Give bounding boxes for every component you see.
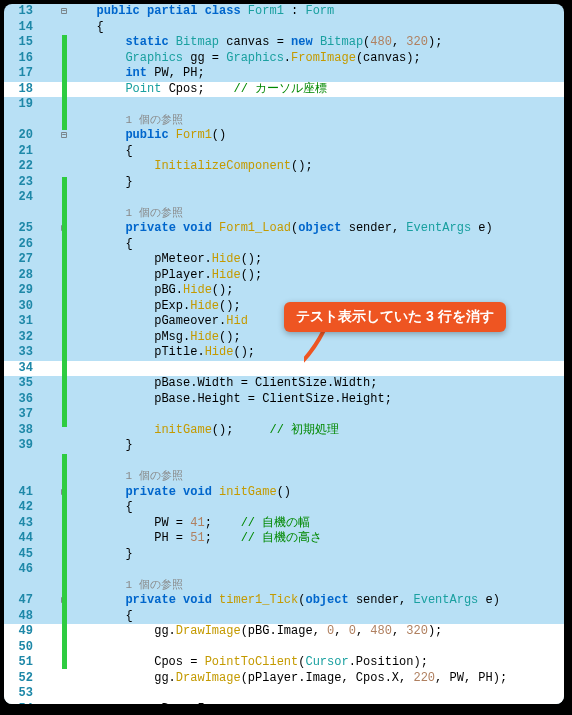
code-line[interactable]: 52 gg.DrawImage(pPlayer.Image, Cpos.X, 2… bbox=[4, 671, 564, 687]
code-content[interactable] bbox=[71, 97, 564, 113]
line-number bbox=[4, 454, 39, 470]
gutter bbox=[39, 531, 57, 547]
code-content[interactable]: int PW, PH; bbox=[71, 66, 564, 82]
code-content[interactable]: initGame(); // 初期処理 bbox=[71, 423, 564, 439]
code-line[interactable]: 42 { bbox=[4, 500, 564, 516]
code-content[interactable]: { bbox=[71, 237, 564, 253]
code-line[interactable]: 46 bbox=[4, 562, 564, 578]
code-content[interactable]: 1 個の参照 bbox=[71, 206, 564, 222]
code-content[interactable]: pBase.Width = ClientSize.Width; bbox=[71, 376, 564, 392]
code-line[interactable]: 35 pBase.Width = ClientSize.Width; bbox=[4, 376, 564, 392]
code-content[interactable]: gg.DrawImage(pPlayer.Image, Cpos.X, 220,… bbox=[71, 671, 564, 687]
code-editor[interactable]: 13⊟ public partial class Form1 : Form14 … bbox=[4, 4, 564, 704]
code-line[interactable]: 48 { bbox=[4, 609, 564, 625]
code-line[interactable] bbox=[4, 454, 564, 470]
code-line[interactable]: 53 bbox=[4, 686, 564, 702]
code-content[interactable]: pPlayer.Hide(); bbox=[71, 268, 564, 284]
code-line[interactable]: 44 PH = 51; // 自機の高さ bbox=[4, 531, 564, 547]
code-line[interactable]: 54 pBase.Image = canvas; bbox=[4, 702, 564, 705]
code-content[interactable]: 1 個の参照 bbox=[71, 578, 564, 594]
code-content[interactable] bbox=[71, 686, 564, 702]
code-content[interactable]: { bbox=[71, 20, 564, 36]
line-number bbox=[4, 113, 39, 129]
gutter bbox=[39, 547, 57, 563]
code-content[interactable]: { bbox=[71, 609, 564, 625]
code-content[interactable]: private void timer1_Tick(object sender, … bbox=[71, 593, 564, 609]
code-line[interactable]: 16 Graphics gg = Graphics.FromImage(canv… bbox=[4, 51, 564, 67]
change-marker bbox=[62, 454, 67, 669]
code-line[interactable]: 39 } bbox=[4, 438, 564, 454]
code-content[interactable] bbox=[71, 407, 564, 423]
code-line[interactable]: 25⊟ private void Form1_Load(object sende… bbox=[4, 221, 564, 237]
code-content[interactable]: public Form1() bbox=[71, 128, 564, 144]
code-content[interactable]: public partial class Form1 : Form bbox=[71, 4, 564, 20]
code-content[interactable]: pMeteor.Hide(); bbox=[71, 252, 564, 268]
line-number: 36 bbox=[4, 392, 39, 408]
code-content[interactable]: pBase.Height = ClientSize.Height; bbox=[71, 392, 564, 408]
code-content[interactable] bbox=[71, 640, 564, 656]
code-line[interactable]: 18 Point Cpos; // カーソル座標 bbox=[4, 82, 564, 98]
code-content[interactable]: Cpos = PointToClient(Cursor.Position); bbox=[71, 655, 564, 671]
fold-toggle[interactable]: ⊟ bbox=[57, 4, 71, 20]
code-line[interactable]: 1 個の参照 bbox=[4, 113, 564, 129]
code-content[interactable]: } bbox=[71, 547, 564, 563]
code-line[interactable]: 26 { bbox=[4, 237, 564, 253]
code-content[interactable]: private void initGame() bbox=[71, 485, 564, 501]
code-line[interactable]: 28 pPlayer.Hide(); bbox=[4, 268, 564, 284]
code-line[interactable]: 13⊟ public partial class Form1 : Form bbox=[4, 4, 564, 20]
code-content[interactable]: } bbox=[71, 438, 564, 454]
line-number: 39 bbox=[4, 438, 39, 454]
code-line[interactable]: 43 PW = 41; // 自機の幅 bbox=[4, 516, 564, 532]
gutter bbox=[39, 578, 57, 594]
code-line[interactable]: 19 bbox=[4, 97, 564, 113]
code-content[interactable]: Point Cpos; // カーソル座標 bbox=[71, 82, 564, 98]
code-content[interactable]: static Bitmap canvas = new Bitmap(480, 3… bbox=[71, 35, 564, 51]
code-content[interactable]: pBase.Image = canvas; bbox=[71, 702, 564, 705]
code-content[interactable]: gg.DrawImage(pBG.Image, 0, 0, 480, 320); bbox=[71, 624, 564, 640]
code-content[interactable] bbox=[71, 454, 564, 470]
code-content[interactable]: PH = 51; // 自機の高さ bbox=[71, 531, 564, 547]
code-content[interactable]: Graphics gg = Graphics.FromImage(canvas)… bbox=[71, 51, 564, 67]
code-line[interactable]: 27 pMeteor.Hide(); bbox=[4, 252, 564, 268]
fold-toggle bbox=[57, 144, 71, 160]
code-content[interactable]: private void Form1_Load(object sender, E… bbox=[71, 221, 564, 237]
code-line[interactable]: 23 } bbox=[4, 175, 564, 191]
code-line[interactable]: 41⊟ private void initGame() bbox=[4, 485, 564, 501]
code-line[interactable]: 24 bbox=[4, 190, 564, 206]
code-line[interactable]: 47⊟ private void timer1_Tick(object send… bbox=[4, 593, 564, 609]
code-line[interactable]: 1 個の参照 bbox=[4, 206, 564, 222]
fold-toggle[interactable]: ⊟ bbox=[57, 128, 71, 144]
gutter bbox=[39, 345, 57, 361]
line-number: 25 bbox=[4, 221, 39, 237]
code-content[interactable]: { bbox=[71, 144, 564, 160]
code-content[interactable]: InitializeComponent(); bbox=[71, 159, 564, 175]
code-content[interactable]: 1 個の参照 bbox=[71, 469, 564, 485]
code-line[interactable]: 15 static Bitmap canvas = new Bitmap(480… bbox=[4, 35, 564, 51]
code-line[interactable]: 33 pTitle.Hide(); bbox=[4, 345, 564, 361]
code-line[interactable]: 37 bbox=[4, 407, 564, 423]
code-content[interactable]: } bbox=[71, 175, 564, 191]
code-line[interactable]: 49 gg.DrawImage(pBG.Image, 0, 0, 480, 32… bbox=[4, 624, 564, 640]
line-number: 28 bbox=[4, 268, 39, 284]
code-line[interactable]: 21 { bbox=[4, 144, 564, 160]
code-line[interactable]: 50 bbox=[4, 640, 564, 656]
code-line[interactable]: 45 } bbox=[4, 547, 564, 563]
code-line[interactable]: 20⊟ public Form1() bbox=[4, 128, 564, 144]
code-content[interactable]: pBG.Hide(); bbox=[71, 283, 564, 299]
code-content[interactable]: { bbox=[71, 500, 564, 516]
code-content[interactable] bbox=[71, 190, 564, 206]
code-content[interactable]: PW = 41; // 自機の幅 bbox=[71, 516, 564, 532]
code-line[interactable]: 17 int PW, PH; bbox=[4, 66, 564, 82]
code-line[interactable]: 1 個の参照 bbox=[4, 469, 564, 485]
code-line[interactable]: 29 pBG.Hide(); bbox=[4, 283, 564, 299]
code-line[interactable]: 14 { bbox=[4, 20, 564, 36]
code-line[interactable]: 38 initGame(); // 初期処理 bbox=[4, 423, 564, 439]
code-line[interactable]: 22 InitializeComponent(); bbox=[4, 159, 564, 175]
gutter bbox=[39, 97, 57, 113]
code-line[interactable]: 51 Cpos = PointToClient(Cursor.Position)… bbox=[4, 655, 564, 671]
code-content[interactable] bbox=[71, 562, 564, 578]
code-line[interactable]: 1 個の参照 bbox=[4, 578, 564, 594]
code-content[interactable]: 1 個の参照 bbox=[71, 113, 564, 129]
code-line[interactable]: 36 pBase.Height = ClientSize.Height; bbox=[4, 392, 564, 408]
code-line[interactable]: 34 bbox=[4, 361, 564, 377]
